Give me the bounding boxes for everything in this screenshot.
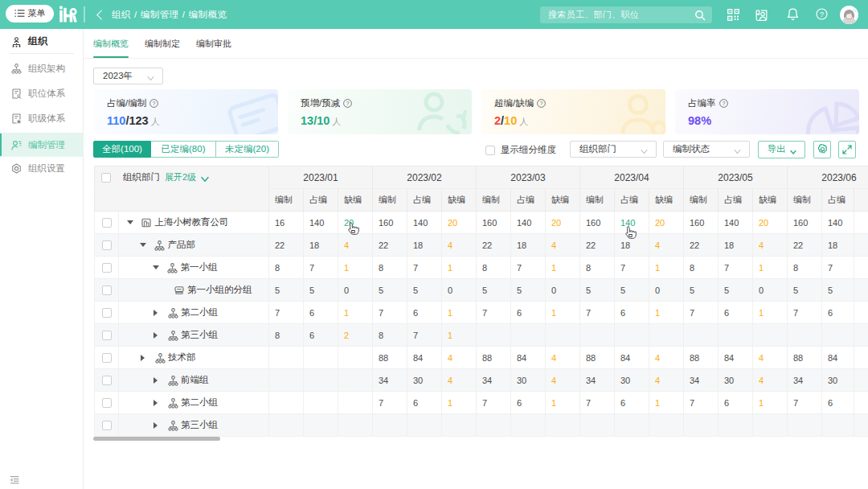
svg-text:?: ? (722, 100, 725, 107)
svg-text:?: ? (820, 10, 824, 18)
svg-text:?: ? (153, 100, 156, 107)
svg-text:?: ? (540, 100, 543, 107)
svg-text:?: ? (346, 100, 350, 107)
